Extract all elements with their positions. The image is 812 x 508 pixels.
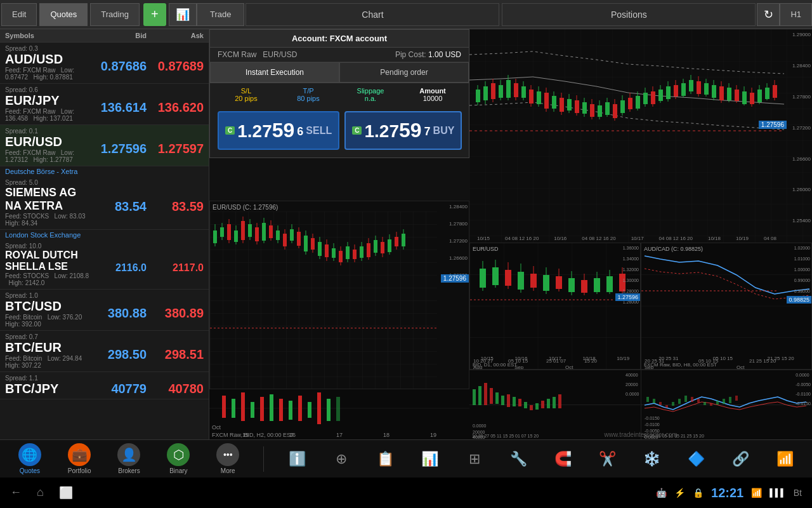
toolbar-portfolio[interactable]: 💼 Portfolio [63,441,96,477]
diamond-tool-icon[interactable]: 🔷 [682,445,710,473]
main-chart-svg [469,29,812,243]
amount-label: Amount [404,87,461,95]
main-time-labels: 10/1504 08 12 16 2010/1604 08 12 16 2010… [469,236,784,241]
home-button[interactable]: ⌂ [37,486,44,500]
ask-eur-jpy: 136.620 [147,100,204,115]
audcad-chart: AUD/CAD (C: 0.98825) 0.98825 FXCM Raw, B… [641,243,812,370]
quote-royal-dutch[interactable]: Spread: 10.0 ROYAL DUTCH SHELLA LSE Feed… [0,240,209,290]
buy-button[interactable]: C 1.2759 7 BUY [344,111,462,150]
dialog-account-name: FXCM account [330,34,387,43]
svg-rect-222 [553,397,556,408]
quotes-icon: 🌐 [18,443,41,466]
bid-btc-jpy: 40779 [89,382,147,396]
quote-btc-usd[interactable]: Spread: 1.0 BTC/USD Feed: Bitcoin Low: 3… [0,290,209,331]
name-siemens: SIEMENS AG NA XETRA [5,186,89,213]
svg-rect-71 [336,397,340,421]
trading-button[interactable]: Trading [90,3,140,26]
eurusd-d1-feed: BID, D1, 00:00 EST [473,362,517,368]
portfolio-label: Portfolio [68,467,91,474]
ask-eur-usd: 1.27597 [147,142,204,156]
signal-tool-icon[interactable]: 📶 [771,445,799,473]
svg-rect-235 [684,396,687,402]
field-tp: T/P 80 pips [280,87,337,102]
toolbar-quotes[interactable]: 🌐 Quotes [13,441,46,477]
sell-c-badge: C [225,126,235,135]
sell-button[interactable]: C 1.2759 6 SELL [218,111,339,150]
svg-rect-214 [507,394,510,407]
svg-rect-63 [260,397,264,421]
svg-rect-215 [513,397,516,406]
quote-siemens[interactable]: Spread: 5.0 SIEMENS AG NA XETRA Feed: ST… [0,177,209,230]
toolbar-more[interactable]: ••• More [211,441,244,477]
feed-eur-usd: Feed: FXCM Raw Low: 1.27312 High: 1.2778… [5,149,89,163]
refresh-button[interactable]: ↻ [757,3,780,26]
tab-pending-order[interactable]: Pending order [339,62,469,83]
chart-tab-button[interactable]: Chart [246,3,499,26]
field-slippage: Slippage n.a. [342,87,399,102]
info-tool-icon[interactable]: ℹ️ [283,445,311,473]
toolbar-brokers[interactable]: 👤 Brokers [112,441,145,477]
slippage-label: Slippage [342,87,399,95]
quote-eur-jpy[interactable]: Spread: 0.6 EUR/JPY Feed: FXCM Raw Low: … [0,84,209,125]
quote-aud-usd[interactable]: Spread: 0.3 AUD/USD Feed: FXCM Raw Low: … [0,43,209,84]
svg-text:Oct: Oct [565,364,573,369]
quote-btc-jpy[interactable]: Spread: 1.1 BTC/JPY 40779 40780 [0,372,209,399]
grid-tool-icon[interactable]: ⊞ [461,445,488,473]
svg-rect-69 [317,392,321,424]
chart-icon-button[interactable]: 📊 [169,3,197,26]
svg-rect-208 [473,389,476,405]
feed-btc-usd: Feed: Bitcoin Low: 376.20 High: 392.00 [5,314,89,328]
quotes-label: Quotes [20,467,40,474]
feed-eur-jpy: Feed: FXCM Raw Low: 136.458 High: 137.02… [5,108,89,122]
spread-siemens: Spread: 5.0 [5,179,204,186]
edit-button[interactable]: Edit [1,3,37,26]
tab-instant-execution[interactable]: Instant Execution [210,62,339,83]
spread-btc-jpy: Spread: 1.1 [5,375,204,382]
toolbar-binary[interactable]: ⬡ Binary [162,441,195,477]
svg-rect-65 [279,399,283,421]
cut-tool-icon[interactable]: ✂️ [593,445,621,473]
buy-price: 1.2759 [364,119,421,142]
trade-tool-icon[interactable]: 📋 [372,445,400,473]
magnet-tool-icon[interactable]: 🧲 [549,445,577,473]
main-chart: 1.29000 1.28400 1.27800 1.27200 1.26600 … [469,29,812,243]
status-right: 🤖 ⚡ 🔒 12:21 📶 ▌▌▌ Bt [656,486,802,500]
link-tool-icon[interactable]: 🔗 [726,445,754,473]
name-aud-usd: AUD/USD [5,52,89,67]
audcad-svg: 20 25 31 05 10 15 21 25 15 20 Sep Oct [641,243,811,369]
positions-button[interactable]: Positions [502,3,756,26]
bid-btc-usd: 380.88 [89,306,147,321]
quotes-button[interactable]: Quotes [39,3,88,26]
h1-button[interactable]: H1 [780,3,812,26]
binary-icon: ⬡ [167,443,190,466]
settings-tool-icon[interactable]: 🔧 [505,445,533,473]
back-button[interactable]: ← [10,486,22,500]
name-royal-dutch: ROYAL DUTCH SHELLA LSE [5,250,89,272]
quote-eur-usd[interactable]: Spread: 0.1 EUR/USD Feed: FXCM Raw Low: … [0,125,209,166]
dialog-info: FXCM Raw EUR/USD Pip Cost: 1.00 USD [210,48,469,62]
recent-button[interactable]: ⬜ [59,486,73,500]
freeze-tool-icon[interactable]: ❄️ [638,445,665,473]
svg-rect-237 [697,399,700,403]
field-amount: Amount 10000 [404,87,461,102]
center-panel: Account: FXCM account FXCM Raw EUR/USD P… [209,29,469,439]
ask-royal-dutch: 2117.0 [147,262,204,274]
eurusd-price-badge: 1.27596 [441,274,469,283]
ask-btc-jpy: 40780 [147,382,204,396]
quote-btc-eur[interactable]: Spread: 0.7 BTC/EUR Feed: Bitcoin Low: 2… [0,331,209,372]
osc1-scale: 40000 20000 0.0000 [625,373,639,396]
trade-button[interactable]: Trade [197,3,244,26]
add-button[interactable]: + [143,3,166,26]
more-icon: ••• [216,443,239,466]
nav-buttons: ← ⌂ ⬜ [10,486,73,500]
tp-value: 80 pips [280,95,337,102]
slippage-value: n.a. [342,95,399,102]
svg-rect-218 [530,405,533,410]
crosshair-tool-icon[interactable]: ⊕ [327,445,355,473]
bid-eur-usd: 1.27596 [89,142,147,156]
more-label: More [221,467,235,474]
ask-btc-usd: 380.89 [147,306,204,321]
svg-rect-209 [478,386,481,405]
svg-rect-242 [729,397,731,403]
chart-tool-icon[interactable]: 📊 [416,445,444,473]
